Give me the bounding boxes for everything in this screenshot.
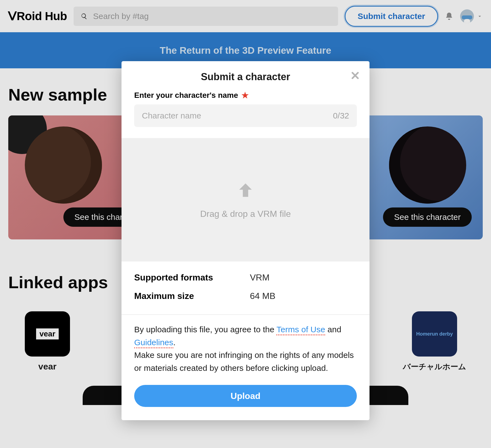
submit-character-modal: Submit a character Enter your character'…	[122, 61, 369, 420]
name-field-label: Enter your character's name ★	[134, 90, 357, 100]
maximum-size-value: 64 MB	[250, 291, 275, 301]
upload-button-label: Upload	[231, 391, 260, 401]
guidelines-link[interactable]: Guidelines	[134, 338, 173, 348]
character-name-input-wrap[interactable]: 0/32	[134, 104, 357, 127]
upload-specs: Supported formats VRM Maximum size 64 MB	[122, 261, 369, 315]
legal-period: .	[173, 338, 176, 347]
name-field-label-text: Enter your character's name	[134, 91, 238, 100]
legal-text: By uploading this file, you agree to the…	[122, 315, 369, 380]
close-icon[interactable]	[350, 70, 361, 81]
upload-button[interactable]: Upload	[134, 385, 357, 407]
legal-prefix: By uploading this file, you agree to the	[134, 325, 276, 334]
vrm-dropzone[interactable]: Drag & drop a VRM file	[122, 138, 369, 261]
legal-mid: and	[325, 325, 341, 334]
maximum-size-label: Maximum size	[134, 291, 233, 301]
required-star-icon: ★	[241, 90, 249, 100]
modal-title: Submit a character	[134, 71, 357, 83]
character-name-counter: 0/32	[333, 111, 349, 120]
dropzone-text: Drag & drop a VRM file	[200, 209, 291, 219]
character-name-input[interactable]	[142, 111, 333, 120]
supported-formats-label: Supported formats	[134, 272, 233, 283]
supported-formats-value: VRM	[250, 272, 269, 283]
upload-arrow-icon	[235, 181, 256, 202]
terms-of-use-link[interactable]: Terms of Use	[276, 325, 325, 335]
legal-warning: Make sure you are not infringing on the …	[134, 350, 354, 373]
